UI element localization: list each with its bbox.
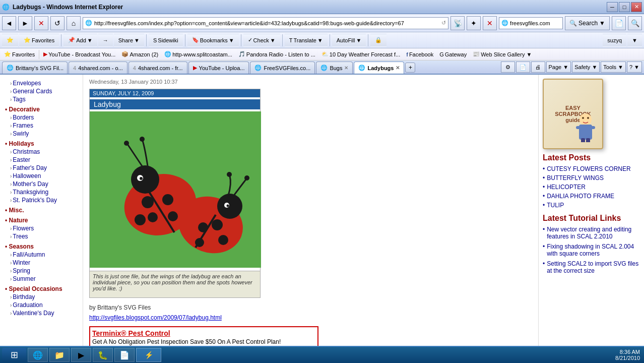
sidebar-item-easter[interactable]: › Easter [10, 156, 81, 163]
sidebar-cat-holidays[interactable]: • Holidays [5, 140, 81, 147]
taskbar-icon-4[interactable]: 🐛 [93, 348, 113, 362]
latest-post-helicopter[interactable]: • HELICOPTER [543, 184, 640, 191]
zoom-button[interactable]: 🔍 [628, 16, 642, 30]
sidebar-item-trees[interactable]: › Trees [10, 233, 81, 240]
favorites-bar-item-favorites[interactable]: ⭐ Favorites [2, 50, 37, 58]
taskbar-icon-2[interactable]: 📁 [49, 348, 70, 362]
address-refresh-icon[interactable]: ↺ [441, 20, 446, 26]
sidewiki-button[interactable]: S Sidewiki [149, 34, 183, 47]
close-button[interactable]: ✕ [631, 2, 642, 12]
sidebar-item-envelopes[interactable]: › Envelopes [10, 80, 81, 87]
taskbar-icon-1[interactable]: 🌐 [28, 348, 48, 362]
autofill-button[interactable]: AutoFill ▼ [332, 34, 366, 47]
sidebar-cat-decorative[interactable]: • Decorative [5, 106, 81, 113]
stop-button[interactable]: ✕ [34, 16, 48, 30]
latest-post-tulip[interactable]: • TULIP [543, 202, 640, 209]
sidebar-item-valentines[interactable]: › Valentine's Day [10, 310, 81, 317]
tab-4shared-2[interactable]: 4 4shared.com - fr... [128, 62, 187, 74]
tab-toolbar-btn-3[interactable]: 🖨 [531, 62, 545, 73]
tab-brittanys-svg[interactable]: 🌐 Brittany's SVG Fil... [2, 62, 68, 74]
lock-icon-btn[interactable]: 🔒 [370, 34, 387, 47]
search-dropdown-icon[interactable]: ▼ [599, 20, 605, 27]
sidebar-item-fathers-day[interactable]: › Father's Day [10, 164, 81, 171]
tools-dropdown[interactable]: Tools ▼ [601, 62, 626, 73]
latest-post-butterfly[interactable]: • BUTTERFLY WINGS [543, 174, 640, 182]
favorites-bar-item-pandora[interactable]: 🎵 Pandora Radio - Listen to ... [236, 50, 317, 58]
favorites-bar-item-amazon[interactable]: 📦 Amazon (2) [119, 50, 160, 58]
search-input[interactable] [510, 20, 560, 26]
favorites-star-button[interactable]: ⭐ [2, 34, 18, 47]
page-dropdown[interactable]: Page ▼ [546, 62, 571, 73]
latest-link-1[interactable]: • New vector creating and editing featur… [543, 226, 640, 240]
search-button[interactable]: 🔍 Search ▼ [565, 16, 610, 30]
sidebar-item-general-cards[interactable]: › General Cards [10, 88, 81, 95]
sidebar-cat-misc[interactable]: • Misc. [5, 207, 81, 214]
share-button[interactable]: Share ▼ [114, 34, 144, 47]
favorites-bar-item-webslice[interactable]: 📰 Web Slice Gallery ▼ [471, 50, 534, 58]
favorites-bar-item-splitcoast[interactable]: 🌐 http-www.splitcoastam... [162, 50, 234, 58]
tab-4shared-1[interactable]: 4 4shared.com - o... [69, 62, 127, 74]
address-input[interactable] [94, 20, 439, 26]
tab-freesvg[interactable]: 🌐 FreeSVGFiles.co... [250, 62, 315, 74]
sidebar-item-tags[interactable]: › Tags [10, 96, 81, 103]
sidebar-item-summer[interactable]: › Summer [10, 275, 81, 282]
tab-ladybugs[interactable]: 🌐 Ladybugs ✕ [354, 62, 404, 74]
sidebar-item-winter[interactable]: › Winter [10, 259, 81, 266]
nav-extra-btn[interactable]: ✦ [467, 16, 481, 30]
favorites-bar-item-weather[interactable]: ⛅ 10 Day Weather Forecast f... [319, 50, 402, 58]
bookmarks-button[interactable]: 🔖 Bookmarks ▼ [187, 34, 239, 47]
sidebar-item-borders[interactable]: › Borders [10, 114, 81, 121]
minimize-button[interactable]: ─ [607, 2, 618, 12]
tab-toolbar-btn-2[interactable]: 📄 [516, 62, 530, 73]
new-tab-button[interactable]: + [405, 63, 415, 73]
article-link[interactable]: http://svgfiles.blogspot.com/2009/07/lad… [89, 314, 532, 321]
sidebar-cat-seasons[interactable]: • Seasons [5, 243, 81, 250]
sidebar-item-christmas[interactable]: › Christmas [10, 148, 81, 155]
feed-button[interactable]: 📡 [450, 16, 465, 30]
forward-toolbar-btn[interactable]: → [98, 34, 113, 47]
taskbar-icon-6[interactable]: ⚡ [136, 348, 161, 362]
back-button[interactable]: ◄ [2, 16, 16, 30]
forward-button[interactable]: ► [18, 16, 32, 30]
sidebar-item-swirly[interactable]: › Swirly [10, 130, 81, 137]
start-button[interactable]: ⊞ [2, 348, 26, 362]
sidebar-item-halloween[interactable]: › Halloween [10, 172, 81, 179]
taskbar-icon-5[interactable]: 📄 [114, 348, 135, 362]
latest-post-cutesy-flowers[interactable]: • CUTESY FLOWERS CORNER [543, 165, 640, 172]
sidebar-item-stpatricks[interactable]: › St. Patrick's Day [10, 197, 81, 204]
latest-post-dahlia[interactable]: • DAHLIA PHOTO FRAME [543, 193, 640, 200]
translate-button[interactable]: T Translate ▼ [285, 34, 328, 47]
taskbar-icon-3[interactable]: ▶ [71, 348, 91, 362]
sidebar-cat-special-occasions[interactable]: • Special Occasions [5, 285, 81, 292]
latest-link-2[interactable]: • Fixing shadowing in SCAL 2.004 with sq… [543, 243, 640, 257]
sidebar-cat-nature[interactable]: • Nature [5, 217, 81, 224]
sidebar-item-birthday[interactable]: › Birthday [10, 293, 81, 300]
favorites-bar-item-gateway[interactable]: G Gateway [437, 51, 469, 58]
sidebar-item-flowers[interactable]: › Flowers [10, 225, 81, 232]
safety-dropdown[interactable]: Safety ▼ [572, 62, 600, 73]
favorites-bar-item-youtube[interactable]: ▶ YouTube - Broadcast You... [41, 50, 117, 58]
add-button[interactable]: 📌 Add ▼ [63, 34, 97, 47]
sidebar-item-mothers-day[interactable]: › Mother's Day [10, 180, 81, 188]
toolbar-settings-button[interactable]: ▼ [627, 34, 642, 47]
latest-link-3[interactable]: • Setting SCAL2 to import SVG files at t… [543, 260, 640, 274]
refresh-button[interactable]: ↺ [50, 16, 65, 30]
tab-close-ladybugs[interactable]: ✕ [396, 65, 400, 71]
sidebar-item-spring[interactable]: › Spring [10, 267, 81, 274]
sidebar-item-thanksgiving[interactable]: › Thanksgiving [10, 189, 81, 196]
check-button[interactable]: ✓ Check ▼ [243, 34, 280, 47]
nav-close-btn[interactable]: ✕ [483, 16, 497, 30]
tab-close-bugs[interactable]: ✕ [344, 65, 348, 71]
favorites-button[interactable]: ⭐ Favorites [19, 34, 59, 47]
tab-bugs[interactable]: 🌐 Bugs ✕ [316, 62, 353, 74]
compat-button[interactable]: 📄 [612, 16, 626, 30]
sidebar-item-fall[interactable]: › Fall/Autumn [10, 251, 81, 258]
home-button[interactable]: ⌂ [67, 16, 81, 30]
favorites-bar-item-facebook[interactable]: f Facebook [404, 51, 435, 58]
help-btn[interactable]: ? ▼ [627, 62, 642, 73]
ad-title[interactable]: Terminix® Pest Control [92, 329, 315, 337]
maximize-button[interactable]: □ [619, 2, 630, 12]
tab-youtube[interactable]: ▶ YouTube - Uploa... [188, 62, 249, 74]
sidebar-item-frames[interactable]: › Frames [10, 122, 81, 129]
sidebar-item-graduation[interactable]: › Graduation [10, 301, 81, 309]
